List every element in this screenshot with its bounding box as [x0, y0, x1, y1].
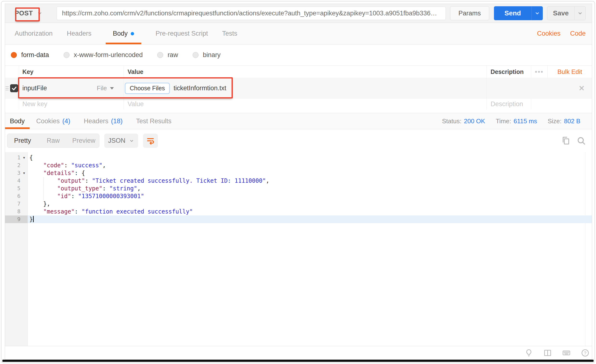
method-selector[interactable]: POST — [15, 10, 43, 17]
radio-icon — [64, 52, 70, 58]
tab-authorization[interactable]: Authorization — [15, 23, 53, 44]
tab-label: Headers — [67, 30, 91, 37]
code-line: 8 "message": "function executed successf… — [5, 208, 592, 215]
tab-label: Tests — [222, 30, 237, 37]
code-line: 3▾ "details": { — [5, 169, 592, 177]
status-label: Status: — [442, 118, 462, 125]
line-number: 2 — [5, 162, 21, 169]
language-label: JSON — [108, 137, 125, 144]
choose-files-button[interactable]: Choose Files — [125, 83, 170, 94]
headers-count-badge: (18) — [111, 118, 123, 125]
fold-toggle-icon[interactable]: ▾ — [21, 154, 28, 162]
save-label[interactable]: Save — [547, 7, 574, 20]
fold-spacer — [21, 185, 28, 192]
response-tools — [561, 136, 586, 146]
code-text: "code": "success", — [28, 162, 106, 169]
radio-label: raw — [168, 51, 178, 59]
radio-label: x-www-form-urlencoded — [74, 51, 143, 59]
params-button[interactable]: Params — [450, 6, 489, 20]
new-key-input[interactable]: New key — [19, 98, 124, 110]
lightbulb-icon[interactable] — [524, 349, 533, 357]
tab-pre-request-script[interactable]: Pre-request Script — [156, 23, 208, 44]
tab-tests[interactable]: Tests — [222, 23, 237, 44]
copy-icon[interactable] — [561, 136, 571, 146]
save-button[interactable]: Save — [547, 6, 586, 20]
fold-spacer — [21, 200, 28, 208]
word-wrap-button[interactable] — [143, 134, 158, 148]
form-data-row: inputFile File Choose Files ticketInform… — [5, 78, 592, 98]
code-line: 5 "output_type": "string", — [5, 185, 592, 192]
radio-x-www-form-urlencoded[interactable]: x-www-form-urlencoded — [64, 51, 143, 59]
code-link[interactable]: Code — [570, 30, 586, 37]
api-client-window: POST Params Send Save Authorization Head… — [5, 4, 592, 360]
chevron-down-icon — [534, 10, 540, 16]
row-checkbox[interactable] — [10, 84, 18, 92]
svg-text:?: ? — [584, 350, 586, 355]
word-wrap-icon — [146, 136, 155, 145]
more-options-icon[interactable]: ••• — [535, 68, 544, 76]
code-text: }, — [28, 200, 50, 208]
view-mode-switch: Pretty Raw Preview — [7, 134, 99, 148]
code-text: "output_type": "string", — [28, 185, 141, 192]
language-selector[interactable]: JSON — [104, 134, 138, 148]
cookies-link[interactable]: Cookies — [537, 30, 561, 37]
header-more: ••• — [531, 66, 548, 78]
fold-toggle-icon[interactable]: ▾ — [21, 169, 28, 177]
remove-row-icon[interactable]: ✕ — [579, 84, 585, 92]
response-tab-body[interactable]: Body — [5, 113, 30, 129]
help-icon[interactable]: ? — [581, 349, 589, 357]
send-label[interactable]: Send — [494, 6, 531, 20]
tab-headers[interactable]: Headers — [67, 23, 91, 44]
code-text: "message": "function executed successful… — [28, 208, 193, 215]
response-body-viewer: 1▾{2 "code": "success",3▾ "details": {4 … — [5, 152, 592, 346]
value-placeholder: Value — [127, 100, 144, 108]
radio-form-data[interactable]: form-data — [11, 51, 49, 59]
status-bar: ? — [5, 346, 592, 359]
value-type-selector[interactable]: File — [97, 84, 114, 92]
chevron-down-icon — [577, 10, 583, 16]
fold-spacer — [21, 162, 28, 169]
code-line: 2 "code": "success", — [5, 162, 592, 169]
radio-raw[interactable]: raw — [157, 51, 178, 59]
code-line: 6 "id": "13571000000393001" — [5, 192, 592, 200]
radio-icon — [157, 52, 163, 58]
key-input[interactable]: inputFile — [22, 84, 47, 92]
drag-handle-icon[interactable] — [6, 86, 9, 90]
send-button[interactable]: Send — [494, 6, 543, 20]
method-label: POST — [15, 10, 33, 17]
save-options-button[interactable] — [574, 7, 585, 20]
window-bottom-edge — [2, 360, 594, 362]
line-number: 9 — [5, 215, 21, 223]
radio-binary[interactable]: binary — [193, 51, 221, 59]
response-tabs: Body Cookies (4) Headers (18) Test Resul… — [5, 113, 592, 129]
tab-label: Pre-request Script — [156, 30, 208, 37]
tab-label: Headers — [84, 118, 108, 125]
new-param-row: New key Value Description — [5, 98, 592, 110]
selected-file-name: ticketInformtion.txt — [174, 84, 226, 92]
line-number: 3 — [5, 169, 21, 177]
new-value-input[interactable]: Value — [124, 98, 487, 110]
view-pretty[interactable]: Pretty — [7, 134, 38, 148]
bulk-edit-link[interactable]: Bulk Edit — [558, 68, 582, 76]
two-pane-layout-icon[interactable] — [543, 349, 552, 357]
time-meta: Time: 6115 ms — [496, 118, 537, 125]
tab-label: Body — [10, 118, 25, 125]
size-meta: Size: 802 B — [548, 118, 580, 125]
header-select-column — [5, 66, 19, 78]
response-tab-cookies[interactable]: Cookies (4) — [30, 113, 77, 129]
url-input[interactable] — [57, 7, 446, 20]
search-icon[interactable] — [576, 136, 586, 146]
view-preview[interactable]: Preview — [69, 134, 99, 148]
code-line: 1▾{ — [5, 154, 592, 162]
tab-body[interactable]: Body — [106, 23, 142, 44]
status-meta: Status: 200 OK — [442, 118, 485, 125]
response-tab-test-results[interactable]: Test Results — [129, 113, 178, 129]
code-line: 4 "output": "Ticket created successfully… — [5, 177, 592, 185]
response-tab-headers[interactable]: Headers (18) — [77, 113, 129, 129]
radio-icon — [193, 52, 199, 58]
new-description-input[interactable]: Description — [487, 98, 531, 110]
code-text: "details": { — [28, 169, 85, 177]
view-raw[interactable]: Raw — [38, 134, 68, 148]
keyboard-icon[interactable] — [562, 349, 571, 357]
send-options-button[interactable] — [531, 6, 543, 20]
